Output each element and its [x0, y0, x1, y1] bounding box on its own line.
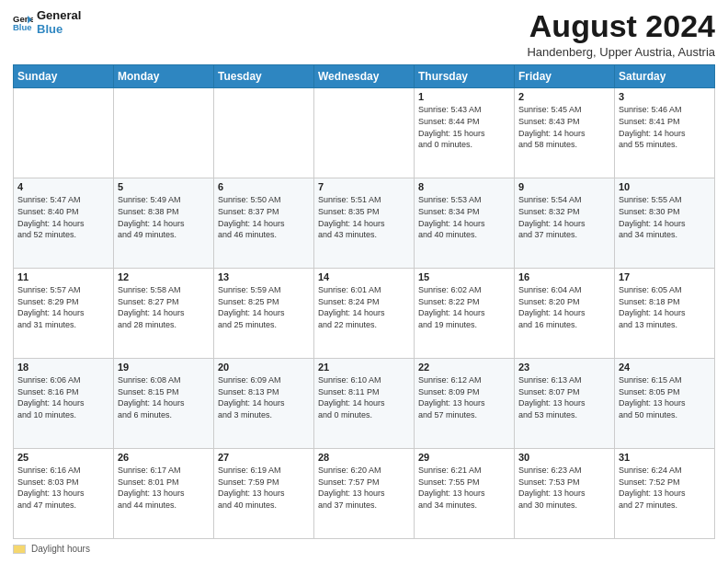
day-info: Sunrise: 6:01 AM Sunset: 8:24 PM Dayligh… [318, 284, 410, 330]
legend-box [13, 545, 26, 554]
day-number: 3 [619, 91, 711, 102]
calendar-week-row: 18Sunrise: 6:06 AM Sunset: 8:16 PM Dayli… [14, 359, 715, 449]
calendar-week-row: 11Sunrise: 5:57 AM Sunset: 8:29 PM Dayli… [14, 269, 715, 359]
day-number: 20 [218, 362, 310, 373]
calendar-cell [114, 88, 214, 178]
calendar-cell [314, 88, 415, 178]
day-info: Sunrise: 5:53 AM Sunset: 8:34 PM Dayligh… [418, 194, 510, 240]
calendar-cell: 16Sunrise: 6:04 AM Sunset: 8:20 PM Dayli… [515, 269, 615, 359]
calendar-week-row: 1Sunrise: 5:43 AM Sunset: 8:44 PM Daylig… [14, 88, 715, 178]
day-info: Sunrise: 6:24 AM Sunset: 7:52 PM Dayligh… [619, 465, 711, 511]
svg-text:Blue: Blue [13, 22, 32, 32]
day-number: 16 [518, 271, 610, 282]
day-info: Sunrise: 6:19 AM Sunset: 7:59 PM Dayligh… [218, 465, 310, 511]
calendar-week-row: 4Sunrise: 5:47 AM Sunset: 8:40 PM Daylig… [14, 178, 715, 269]
calendar-week-row: 25Sunrise: 6:16 AM Sunset: 8:03 PM Dayli… [14, 449, 715, 539]
calendar-cell: 21Sunrise: 6:10 AM Sunset: 8:11 PM Dayli… [314, 359, 415, 449]
day-info: Sunrise: 6:15 AM Sunset: 8:05 PM Dayligh… [619, 374, 711, 420]
calendar-day-header: Monday [114, 65, 214, 88]
month-year: August 2024 [527, 9, 715, 43]
calendar-cell: 5Sunrise: 5:49 AM Sunset: 8:38 PM Daylig… [114, 178, 214, 269]
calendar-cell: 20Sunrise: 6:09 AM Sunset: 8:13 PM Dayli… [214, 359, 314, 449]
day-number: 17 [619, 271, 711, 282]
calendar-cell [14, 88, 114, 178]
calendar-cell: 27Sunrise: 6:19 AM Sunset: 7:59 PM Dayli… [214, 449, 314, 539]
day-number: 24 [619, 362, 711, 373]
calendar-cell: 28Sunrise: 6:20 AM Sunset: 7:57 PM Dayli… [314, 449, 415, 539]
logo-line1: General [37, 9, 81, 23]
day-number: 29 [418, 452, 510, 463]
day-number: 9 [518, 181, 610, 192]
calendar-day-header: Sunday [14, 65, 114, 88]
calendar-cell: 15Sunrise: 6:02 AM Sunset: 8:22 PM Dayli… [415, 269, 515, 359]
day-info: Sunrise: 5:50 AM Sunset: 8:37 PM Dayligh… [218, 194, 310, 240]
day-number: 5 [118, 181, 210, 192]
logo: General Blue General Blue [13, 9, 81, 37]
calendar-day-header: Tuesday [214, 65, 314, 88]
day-number: 2 [518, 91, 610, 102]
day-info: Sunrise: 6:09 AM Sunset: 8:13 PM Dayligh… [218, 374, 310, 420]
day-info: Sunrise: 6:02 AM Sunset: 8:22 PM Dayligh… [418, 284, 510, 330]
day-info: Sunrise: 5:59 AM Sunset: 8:25 PM Dayligh… [218, 284, 310, 330]
day-info: Sunrise: 5:45 AM Sunset: 8:43 PM Dayligh… [518, 104, 610, 150]
calendar-cell: 4Sunrise: 5:47 AM Sunset: 8:40 PM Daylig… [14, 178, 114, 269]
calendar-cell: 13Sunrise: 5:59 AM Sunset: 8:25 PM Dayli… [214, 269, 314, 359]
day-number: 25 [17, 452, 109, 463]
day-number: 21 [318, 362, 410, 373]
legend-label: Daylight hours [31, 544, 90, 554]
calendar-cell: 12Sunrise: 5:58 AM Sunset: 8:27 PM Dayli… [114, 269, 214, 359]
day-number: 8 [418, 181, 510, 192]
day-info: Sunrise: 5:49 AM Sunset: 8:38 PM Dayligh… [118, 194, 210, 240]
day-number: 18 [17, 362, 109, 373]
day-info: Sunrise: 6:04 AM Sunset: 8:20 PM Dayligh… [518, 284, 610, 330]
calendar-cell: 19Sunrise: 6:08 AM Sunset: 8:15 PM Dayli… [114, 359, 214, 449]
calendar-cell: 26Sunrise: 6:17 AM Sunset: 8:01 PM Dayli… [114, 449, 214, 539]
day-number: 23 [518, 362, 610, 373]
calendar-day-header: Saturday [615, 65, 715, 88]
calendar-cell: 8Sunrise: 5:53 AM Sunset: 8:34 PM Daylig… [415, 178, 515, 269]
day-info: Sunrise: 6:23 AM Sunset: 7:53 PM Dayligh… [518, 465, 610, 511]
day-info: Sunrise: 6:08 AM Sunset: 8:15 PM Dayligh… [118, 374, 210, 420]
header: General Blue General Blue August 2024 Ha… [13, 9, 715, 59]
calendar-cell: 2Sunrise: 5:45 AM Sunset: 8:43 PM Daylig… [515, 88, 615, 178]
calendar-day-header: Wednesday [314, 65, 415, 88]
calendar-cell: 10Sunrise: 5:55 AM Sunset: 8:30 PM Dayli… [615, 178, 715, 269]
day-number: 7 [318, 181, 410, 192]
calendar-day-header: Friday [515, 65, 615, 88]
footer: Daylight hours [13, 544, 715, 554]
day-info: Sunrise: 5:58 AM Sunset: 8:27 PM Dayligh… [118, 284, 210, 330]
day-info: Sunrise: 6:06 AM Sunset: 8:16 PM Dayligh… [17, 374, 109, 420]
calendar-cell: 25Sunrise: 6:16 AM Sunset: 8:03 PM Dayli… [14, 449, 114, 539]
day-info: Sunrise: 6:17 AM Sunset: 8:01 PM Dayligh… [118, 465, 210, 511]
calendar-cell: 23Sunrise: 6:13 AM Sunset: 8:07 PM Dayli… [515, 359, 615, 449]
day-info: Sunrise: 5:43 AM Sunset: 8:44 PM Dayligh… [418, 104, 510, 150]
logo-line2: Blue [37, 23, 81, 37]
calendar-header-row: SundayMondayTuesdayWednesdayThursdayFrid… [14, 65, 715, 88]
day-info: Sunrise: 5:55 AM Sunset: 8:30 PM Dayligh… [619, 194, 711, 240]
day-number: 26 [118, 452, 210, 463]
calendar-cell: 1Sunrise: 5:43 AM Sunset: 8:44 PM Daylig… [415, 88, 515, 178]
day-number: 27 [218, 452, 310, 463]
calendar-cell: 22Sunrise: 6:12 AM Sunset: 8:09 PM Dayli… [415, 359, 515, 449]
day-info: Sunrise: 5:46 AM Sunset: 8:41 PM Dayligh… [619, 104, 711, 150]
calendar-cell: 29Sunrise: 6:21 AM Sunset: 7:55 PM Dayli… [415, 449, 515, 539]
day-number: 22 [418, 362, 510, 373]
day-number: 1 [418, 91, 510, 102]
day-info: Sunrise: 6:16 AM Sunset: 8:03 PM Dayligh… [17, 465, 109, 511]
day-number: 31 [619, 452, 711, 463]
calendar-cell: 30Sunrise: 6:23 AM Sunset: 7:53 PM Dayli… [515, 449, 615, 539]
day-info: Sunrise: 6:21 AM Sunset: 7:55 PM Dayligh… [418, 465, 510, 511]
calendar-cell: 7Sunrise: 5:51 AM Sunset: 8:35 PM Daylig… [314, 178, 415, 269]
calendar-cell: 31Sunrise: 6:24 AM Sunset: 7:52 PM Dayli… [615, 449, 715, 539]
calendar-cell: 24Sunrise: 6:15 AM Sunset: 8:05 PM Dayli… [615, 359, 715, 449]
day-info: Sunrise: 6:05 AM Sunset: 8:18 PM Dayligh… [619, 284, 711, 330]
title-block: August 2024 Handenberg, Upper Austria, A… [527, 9, 715, 59]
calendar-cell: 17Sunrise: 6:05 AM Sunset: 8:18 PM Dayli… [615, 269, 715, 359]
calendar-cell: 14Sunrise: 6:01 AM Sunset: 8:24 PM Dayli… [314, 269, 415, 359]
day-number: 19 [118, 362, 210, 373]
day-number: 6 [218, 181, 310, 192]
calendar-cell: 6Sunrise: 5:50 AM Sunset: 8:37 PM Daylig… [214, 178, 314, 269]
day-number: 13 [218, 271, 310, 282]
calendar-cell [214, 88, 314, 178]
logo-icon: General Blue [13, 13, 33, 33]
